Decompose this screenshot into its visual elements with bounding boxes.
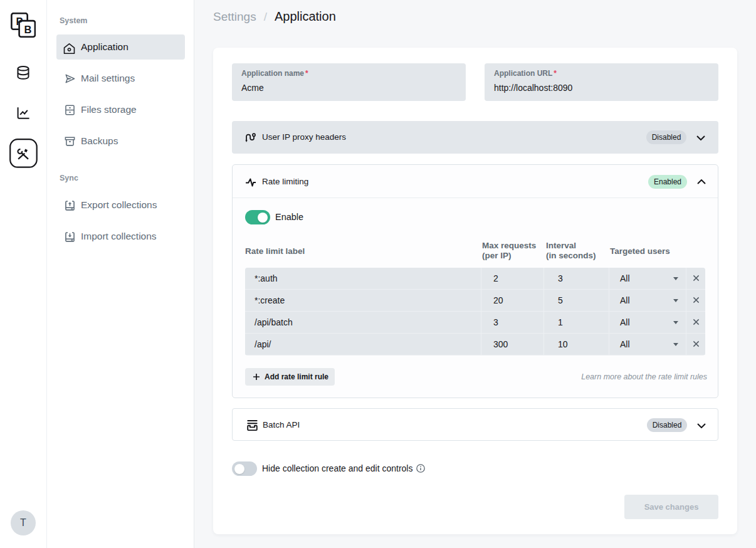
svg-text:B: B — [24, 24, 32, 35]
svg-text:P: P — [16, 16, 23, 27]
